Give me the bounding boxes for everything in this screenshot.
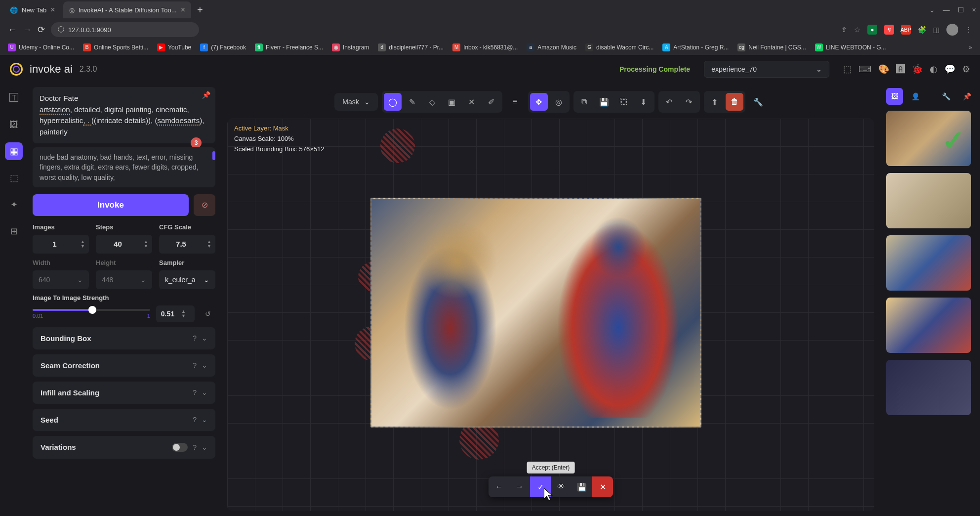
sidepanel-icon[interactable]: ◫ <box>933 26 939 34</box>
accordion-variations[interactable]: Variations?⌄ <box>33 436 215 459</box>
negative-prompt[interactable]: nude bad anatomy, bad hands, text, error… <box>33 147 215 187</box>
keyboard-icon[interactable]: ⌨ <box>858 64 871 75</box>
bookmark-item[interactable]: f(7) Facebook <box>200 43 246 51</box>
pencil-tool[interactable]: ✎ <box>404 93 421 111</box>
brush-options[interactable]: ≡ <box>506 93 524 111</box>
back-button[interactable]: ← <box>8 25 17 35</box>
gallery-tab-results[interactable]: 🖼 <box>886 88 903 105</box>
bbox-tool[interactable]: ◎ <box>550 93 568 111</box>
gallery-settings-icon[interactable]: 🔧 <box>938 88 954 105</box>
tab-invokeai[interactable]: ◎ InvokeAI - A Stable Diffusion Too... × <box>63 1 191 18</box>
width-select[interactable]: 640⌄ <box>33 270 89 289</box>
staging-toggle-button[interactable]: 👁 <box>551 476 572 497</box>
rail-img2img[interactable]: 🖼 <box>5 116 23 133</box>
rail-canvas[interactable]: ▦ <box>5 142 23 160</box>
copy-button[interactable]: ⿻ <box>615 93 633 111</box>
gallery-pin-icon[interactable]: 📌 <box>958 88 975 105</box>
brush-tool[interactable]: ◯ <box>384 93 402 111</box>
pin-icon[interactable]: 📌 <box>202 91 210 99</box>
language-icon[interactable]: 🅰 <box>896 64 905 75</box>
profile-avatar-icon[interactable] <box>946 24 958 36</box>
eraser-tool[interactable]: ◇ <box>423 93 441 111</box>
bookmark-item[interactable]: WLINE WEBTOON - G... <box>815 43 886 51</box>
bookmark-star-icon[interactable]: ☆ <box>854 26 860 34</box>
height-select[interactable]: 448⌄ <box>96 270 152 289</box>
staging-prev-button[interactable]: ← <box>489 476 509 497</box>
move-tool[interactable]: ✥ <box>530 93 548 111</box>
github-icon[interactable]: ◐ <box>930 64 938 75</box>
undo-button[interactable]: ↶ <box>660 93 678 111</box>
download-button[interactable]: ⬇ <box>635 93 653 111</box>
color-picker-tool[interactable]: ✐ <box>483 93 500 111</box>
bookmarks-overflow-icon[interactable]: » <box>969 44 972 51</box>
bookmark-item[interactable]: AArtStation - Greg R... <box>662 43 729 51</box>
bookmark-item[interactable]: ddiscipleneil777 - Pr... <box>378 43 444 51</box>
bookmark-item[interactable]: Gdisable Wacom Circ... <box>585 43 653 51</box>
merge-button[interactable]: ⧉ <box>575 93 593 111</box>
bookmark-item[interactable]: aAmazon Music <box>527 43 576 51</box>
rail-txt2img[interactable]: 🅃 <box>5 89 23 107</box>
cube-icon[interactable]: ⬚ <box>843 64 852 75</box>
bookmark-item[interactable]: UUdemy - Online Co... <box>8 43 74 51</box>
gallery-thumbnail[interactable] <box>886 173 971 228</box>
close-icon[interactable]: × <box>50 5 55 14</box>
upload-button[interactable]: ⬆ <box>706 93 724 111</box>
staging-accept-button[interactable]: ✓ <box>530 476 551 497</box>
accordion-bounding-box[interactable]: Bounding Box?⌄ <box>33 327 215 349</box>
accordion-seam-correction[interactable]: Seam Correction?⌄ <box>33 354 215 377</box>
chevron-down-icon[interactable]: ⌄ <box>929 6 935 14</box>
accordion-seed[interactable]: Seed?⌄ <box>33 409 215 431</box>
reset-strength-button[interactable]: ↺ <box>201 306 215 321</box>
minimize-icon[interactable]: — <box>943 6 950 14</box>
variations-toggle[interactable] <box>172 443 188 452</box>
bug-icon[interactable]: 🐞 <box>912 64 923 75</box>
staging-next-button[interactable]: → <box>509 476 530 497</box>
close-icon[interactable]: × <box>181 5 185 14</box>
bookmark-item[interactable]: cgNeil Fontaine | CGS... <box>737 43 806 51</box>
clear-mask-tool[interactable]: ✕ <box>463 93 481 111</box>
extension-icon[interactable]: ↯ <box>884 25 894 35</box>
layer-select[interactable]: Mask⌄ <box>334 93 377 111</box>
menu-icon[interactable]: ⋮ <box>965 26 972 34</box>
extensions-icon[interactable]: 🧩 <box>918 26 926 34</box>
close-window-icon[interactable]: × <box>972 6 976 14</box>
tab-new[interactable]: 🌐 New Tab × <box>4 1 61 18</box>
bookmark-item[interactable]: ◉Instagram <box>332 43 369 51</box>
settings-icon[interactable]: ⚙ <box>962 64 970 75</box>
bookmark-item[interactable]: ▶YouTube <box>157 43 191 51</box>
canvas-viewport[interactable]: Active Layer: Mask Canvas Scale: 100% Sc… <box>227 119 874 511</box>
gallery-thumbnail[interactable] <box>886 360 971 415</box>
cancel-button[interactable]: ⊘ <box>194 194 215 216</box>
staging-save-button[interactable]: 💾 <box>572 476 592 497</box>
model-select[interactable]: experience_70 ⌄ <box>704 61 829 78</box>
cfg-input[interactable]: 7.5▲▼ <box>159 235 215 254</box>
embeddings-badge[interactable]: 3 <box>191 137 202 148</box>
rail-nodes[interactable]: ⬚ <box>5 169 23 187</box>
maximize-icon[interactable]: ☐ <box>958 6 964 14</box>
accordion-infill-scaling[interactable]: Infill and Scaling?⌄ <box>33 382 215 404</box>
reset-canvas-button[interactable]: 🗑 <box>726 93 743 111</box>
invoke-button[interactable]: Invoke <box>33 194 189 216</box>
bookmark-item[interactable]: MInbox - klk56831@... <box>452 43 518 51</box>
generated-image[interactable] <box>370 198 701 428</box>
images-input[interactable]: 1▲▼ <box>33 235 89 254</box>
strength-value[interactable]: 0.51▲▼ <box>156 305 195 322</box>
sampler-select[interactable]: k_euler_a⌄ <box>159 270 215 289</box>
theme-icon[interactable]: 🎨 <box>878 64 889 75</box>
redo-button[interactable]: ↷ <box>680 93 698 111</box>
reload-button[interactable]: ⟳ <box>38 24 45 35</box>
gallery-thumbnail[interactable] <box>886 235 971 291</box>
adblock-icon[interactable]: ABP <box>901 25 911 35</box>
positive-prompt[interactable]: 📌 Doctor Fate artstation, detailed, digi… <box>33 87 215 143</box>
share-icon[interactable]: ⇪ <box>841 26 847 34</box>
save-button[interactable]: 💾 <box>595 93 613 111</box>
strength-slider[interactable] <box>33 309 150 311</box>
url-input[interactable]: ⓘ 127.0.0.1:9090 <box>51 22 199 37</box>
staging-discard-button[interactable]: ✕ <box>592 476 613 497</box>
gallery-thumbnail[interactable]: ✓ <box>886 111 971 166</box>
gallery-tab-user[interactable]: 👤 <box>907 88 924 105</box>
discord-icon[interactable]: 💬 <box>944 64 955 75</box>
steps-input[interactable]: 40▲▼ <box>96 235 152 254</box>
fill-tool[interactable]: ▣ <box>443 93 461 111</box>
extension-icon[interactable]: ● <box>867 25 877 35</box>
